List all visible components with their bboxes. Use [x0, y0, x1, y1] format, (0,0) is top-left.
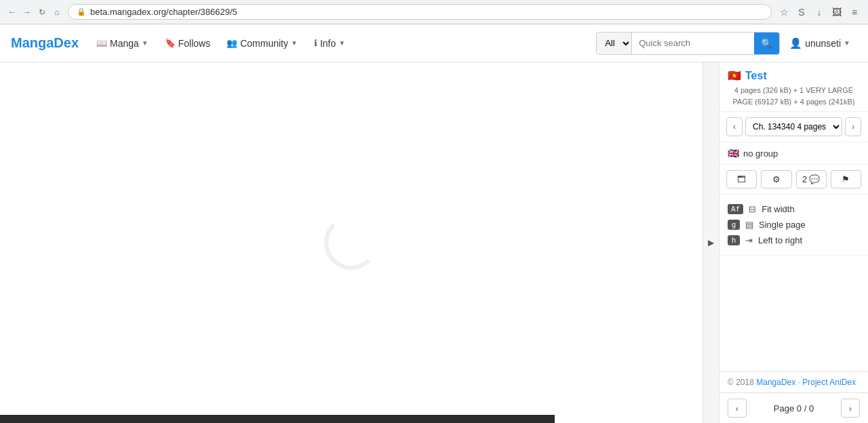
sidebar-header: 🇻🇳 Test 4 pages (326 kB) + 1 VERY LARGE …: [719, 62, 868, 112]
reader-area: [0, 62, 703, 423]
user-icon: 👤: [789, 37, 802, 49]
single-page-key: g: [728, 220, 740, 230]
ext1-button[interactable]: S: [795, 5, 808, 19]
address-bar[interactable]: 🔒 beta.mangadex.org/chapter/386629/5: [68, 4, 772, 20]
chapter-info-text: 4 pages (326 kB) + 1 VERY LARGE PAGE (69…: [728, 85, 860, 107]
country-flag-icon: 🇻🇳: [728, 69, 741, 82]
main-layout: ▶ 🇻🇳 Test 4 pages (326 kB) + 1 VERY LARG…: [0, 62, 868, 423]
nav-manga-label: Manga: [110, 38, 139, 49]
search-button[interactable]: 🔍: [754, 33, 779, 54]
page-prev-button[interactable]: ‹: [728, 399, 747, 418]
info-icon: ℹ: [314, 38, 317, 48]
bookmark-button[interactable]: ☆: [777, 5, 791, 19]
community-caret-icon: ▼: [291, 39, 298, 47]
loading-spinner: [324, 216, 378, 270]
flag-button[interactable]: ⚑: [831, 170, 861, 188]
ltr-setting: h ⇥ Left to right: [728, 233, 860, 248]
single-page-setting: g ▤ Single page: [728, 217, 860, 233]
page-info-text: Page 0 / 0: [774, 403, 814, 414]
manga-title-text: Test: [745, 70, 767, 82]
navbar: MangaDex 📖 Manga ▼ 🔖 Follows 👥 Community…: [0, 24, 868, 62]
follows-icon: 🔖: [165, 38, 176, 48]
url-text: beta.mangadex.org/chapter/386629/5: [90, 7, 237, 17]
chapter-select[interactable]: Ch. 134340 4 pages: [745, 117, 842, 136]
browser-chrome: ← → ↻ ⌂ 🔒 beta.mangadex.org/chapter/3866…: [0, 0, 868, 24]
search-input[interactable]: [632, 33, 754, 54]
horizontal-scrollbar[interactable]: [0, 415, 555, 423]
loading-spinner-container: [0, 62, 703, 423]
anidex-link[interactable]: Project AniDex: [802, 378, 856, 387]
nav-manga[interactable]: 📖 Manga ▼: [90, 34, 155, 53]
group-info: 🇬🇧 no group: [719, 142, 868, 165]
username-label: ununseti: [805, 38, 841, 49]
nav-follows-label: Follows: [178, 38, 210, 49]
reader-mode-button[interactable]: 🗔: [726, 170, 757, 188]
nav-follows[interactable]: 🔖 Follows: [158, 34, 217, 53]
ltr-label: Left to right: [758, 235, 802, 245]
prev-chapter-button[interactable]: ‹: [726, 117, 743, 136]
settings-button[interactable]: ⚙: [761, 170, 791, 188]
back-button[interactable]: ←: [7, 7, 18, 18]
forward-button[interactable]: →: [22, 7, 33, 18]
browser-controls: ← → ↻ ⌂: [7, 7, 62, 18]
browser-actions: ☆ S ↓ 🖼 ≡: [777, 5, 861, 19]
mangadex-link[interactable]: MangaDex: [756, 378, 795, 387]
user-caret-icon: ▼: [844, 39, 850, 47]
nav-community[interactable]: 👥 Community ▼: [220, 34, 304, 53]
fit-width-setting: Af ⊟ Fit width: [728, 201, 860, 217]
info-caret-icon: ▼: [338, 39, 345, 47]
group-flag-icon: 🇬🇧: [728, 148, 739, 159]
fit-width-key: Af: [728, 204, 743, 214]
lock-icon: 🔒: [77, 7, 86, 16]
manga-caret-icon: ▼: [142, 39, 149, 47]
comments-button[interactable]: 2 💬: [796, 170, 827, 188]
chapter-nav: ‹ Ch. 134340 4 pages ›: [719, 112, 868, 142]
nav-info-label: Info: [320, 38, 336, 49]
comments-count: 2: [802, 174, 807, 184]
search-category-select[interactable]: All: [597, 33, 632, 54]
ext2-button[interactable]: ↓: [812, 5, 826, 19]
ext4-button[interactable]: ≡: [848, 5, 861, 19]
nav-info[interactable]: ℹ Info ▼: [307, 34, 352, 53]
action-buttons-row: 🗔 ⚙ 2 💬 ⚑: [719, 165, 868, 195]
ltr-key: h: [728, 235, 740, 245]
group-name-text: no group: [743, 148, 778, 159]
page-nav: ‹ Page 0 / 0 ›: [719, 392, 868, 423]
community-icon: 👥: [226, 38, 237, 48]
ltr-icon: ⇥: [745, 235, 753, 245]
single-page-label: Single page: [759, 220, 806, 230]
comments-icon: 💬: [809, 174, 820, 184]
page-next-button[interactable]: ›: [841, 399, 860, 418]
sidebar: 🇻🇳 Test 4 pages (326 kB) + 1 VERY LARGE …: [719, 62, 868, 423]
single-page-icon: ▤: [745, 220, 753, 230]
user-menu[interactable]: 👤 ununseti ▼: [783, 33, 857, 54]
sidebar-footer: © 2018 MangaDex · Project AniDex: [719, 371, 868, 392]
brand-logo[interactable]: MangaDex: [11, 35, 79, 51]
manga-icon: 📖: [96, 38, 107, 48]
manga-title-link[interactable]: 🇻🇳 Test: [728, 69, 860, 82]
footer-copyright: © 2018: [728, 378, 756, 387]
chevron-right-icon: ▶: [708, 238, 714, 247]
next-chapter-button[interactable]: ›: [845, 117, 861, 136]
reader-settings: Af ⊟ Fit width g ▤ Single page h ⇥ Left …: [719, 195, 868, 256]
home-button[interactable]: ⌂: [52, 7, 62, 18]
nav-community-label: Community: [240, 38, 288, 49]
fit-width-icon: ⊟: [749, 204, 756, 214]
fit-width-label: Fit width: [762, 204, 794, 214]
refresh-button[interactable]: ↻: [37, 7, 47, 18]
ext3-button[interactable]: 🖼: [830, 5, 844, 19]
footer-sep: ·: [795, 378, 802, 387]
search-group: All 🔍: [596, 32, 780, 55]
sidebar-toggle-button[interactable]: ▶: [703, 62, 719, 423]
